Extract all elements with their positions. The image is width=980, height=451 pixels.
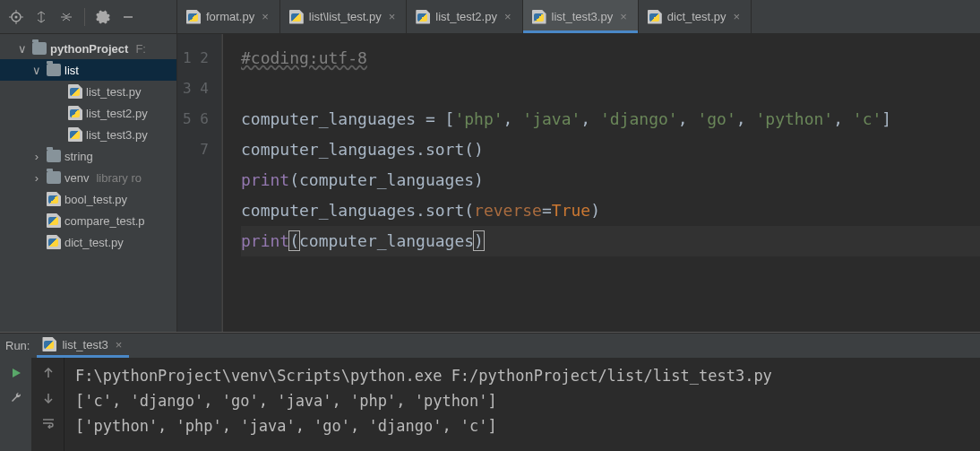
svg-point-1 (15, 15, 18, 18)
python-file-icon (42, 337, 56, 351)
hide-icon[interactable] (117, 6, 139, 28)
tree-label: venv (64, 171, 89, 185)
tree-label: list_test3.py (86, 128, 148, 142)
tree-row[interactable]: list_test2.py (0, 102, 176, 124)
tree-label: list_test2.py (86, 107, 148, 120)
run-toolbar (0, 358, 32, 451)
wrench-icon[interactable] (6, 388, 26, 408)
tree-row[interactable]: ∨list (0, 59, 176, 81)
tab-label: list_test2.py (435, 10, 497, 23)
run-panel-body: F:\pythonProject\venv\Scripts\python.exe… (0, 358, 980, 451)
tree-hint: library ro (96, 171, 142, 185)
tree-label: dict_test.py (64, 236, 124, 249)
python-file-icon (47, 213, 61, 228)
tab-label: list\list_test.py (309, 10, 382, 23)
folder-icon (47, 64, 61, 76)
python-file-icon (47, 235, 61, 249)
python-file-icon (648, 10, 662, 24)
tree-row[interactable]: dict_test.py (0, 231, 176, 253)
project-tree[interactable]: ∨pythonProjectF:∨listlist_test.pylist_te… (0, 34, 177, 332)
editor-tab[interactable]: dict_test.py× (639, 0, 752, 33)
close-icon[interactable]: × (260, 10, 271, 23)
python-file-icon (68, 84, 82, 99)
collapse-icon[interactable] (56, 6, 77, 28)
close-icon[interactable]: × (503, 10, 513, 23)
tree-row[interactable]: ›venvlibrary ro (0, 167, 176, 188)
soft-wrap-icon[interactable] (39, 413, 58, 433)
separator (84, 8, 85, 26)
editor-tab[interactable]: list_test3.py× (523, 0, 639, 33)
close-icon[interactable]: × (387, 10, 398, 23)
close-icon[interactable]: × (618, 10, 629, 23)
tree-hint: F: (135, 42, 146, 56)
python-file-icon (186, 10, 201, 24)
expand-arrow-icon[interactable]: ∨ (30, 64, 43, 77)
main-area: ∨pythonProjectF:∨listlist_test.pylist_te… (0, 34, 980, 333)
python-file-icon (68, 127, 82, 142)
tree-row[interactable]: ›string (0, 145, 176, 167)
python-file-icon (47, 192, 61, 206)
expand-arrow-icon[interactable]: › (30, 150, 43, 163)
run-nav (32, 358, 64, 451)
folder-icon (32, 42, 47, 55)
run-panel-header: Run: list_test3 × (0, 333, 980, 358)
editor-tab[interactable]: list_test2.py× (407, 0, 522, 33)
down-arrow-icon[interactable] (39, 388, 58, 408)
tree-label: list (64, 64, 79, 77)
python-file-icon (532, 10, 546, 24)
code-editor[interactable]: 1 2 3 4 5 6 7 #coding:utf-8 computer_lan… (177, 34, 980, 332)
tree-label: compare_test.p (64, 214, 145, 228)
tree-label: list_test.py (86, 85, 141, 99)
tab-label: dict_test.py (667, 10, 726, 23)
python-file-icon (289, 10, 304, 24)
rerun-icon[interactable] (6, 363, 26, 383)
run-tab[interactable]: list_test3 × (37, 334, 129, 358)
line-gutter: 1 2 3 4 5 6 7 (177, 34, 222, 332)
tree-label: bool_test.py (64, 193, 127, 206)
editor-tab[interactable]: list\list_test.py× (280, 0, 408, 33)
tree-row[interactable]: list_test3.py (0, 124, 176, 145)
python-file-icon (416, 10, 430, 24)
close-icon[interactable]: × (114, 338, 125, 351)
run-tab-label: list_test3 (62, 338, 107, 351)
console-output[interactable]: F:\pythonProject\venv\Scripts\python.exe… (64, 358, 980, 451)
python-file-icon (68, 106, 82, 120)
top-bar: format.py×list\list_test.py×list_test2.p… (0, 0, 980, 34)
project-toolbar (0, 0, 177, 33)
tree-label: pythonProject (50, 42, 128, 56)
up-arrow-icon[interactable] (39, 363, 58, 383)
tree-row[interactable]: ∨pythonProjectF: (0, 38, 176, 59)
folder-icon (47, 171, 61, 184)
code-area[interactable]: #coding:utf-8 computer_languages = ['php… (222, 34, 980, 332)
close-icon[interactable]: × (732, 10, 743, 23)
folder-icon (47, 150, 61, 162)
tree-label: string (64, 150, 93, 163)
tree-row[interactable]: bool_test.py (0, 188, 176, 210)
editor-tabs: format.py×list\list_test.py×list_test2.p… (177, 0, 980, 33)
expand-arrow-icon[interactable]: ∨ (16, 42, 29, 56)
tab-label: format.py (206, 10, 254, 23)
run-panel-label: Run: (5, 339, 30, 352)
target-icon[interactable] (5, 6, 27, 28)
editor-tab[interactable]: format.py× (177, 0, 280, 33)
tree-row[interactable]: list_test.py (0, 81, 176, 102)
svg-marker-9 (13, 369, 21, 377)
gear-icon[interactable] (92, 6, 114, 28)
expand-arrow-icon[interactable]: › (30, 171, 43, 185)
expand-icon[interactable] (30, 6, 52, 28)
tree-row[interactable]: compare_test.p (0, 210, 176, 231)
tab-label: list_test3.py (552, 10, 614, 23)
